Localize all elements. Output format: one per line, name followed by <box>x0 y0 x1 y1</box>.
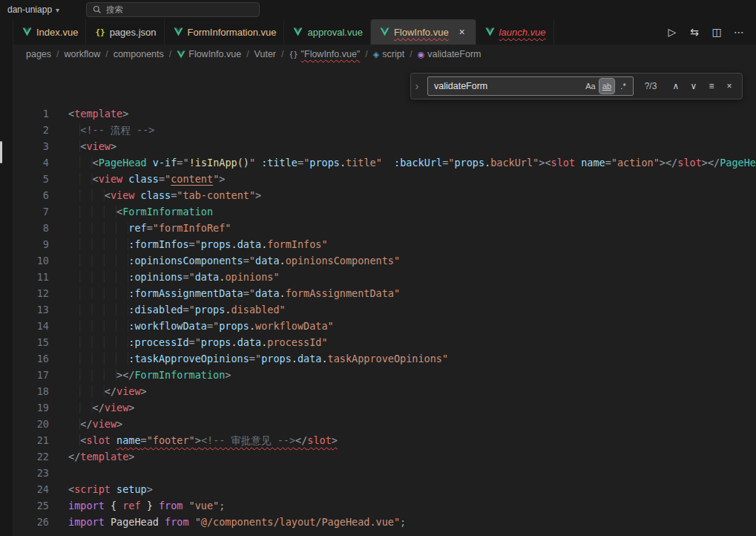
line-number[interactable]: 22 <box>13 448 49 465</box>
code-line[interactable]: 1<template> <box>13 105 756 122</box>
line-number[interactable]: 1 <box>13 105 49 122</box>
code-line-content: <!-- 流程 --> <box>49 122 154 138</box>
breadcrumb-item-FlowInfo.vue[interactable]: {}"FlowInfo.vue" <box>289 49 361 59</box>
breadcrumb-item-FlowInfo.vue[interactable]: FlowInfo.vue <box>177 49 241 59</box>
code-line-content: :formInfos="props.data.formInfos" <box>49 236 328 252</box>
line-number[interactable]: 23 <box>13 465 49 481</box>
more-actions-button[interactable]: ⋯ <box>729 22 749 42</box>
code-line[interactable]: 10 :opinionsComponents="data.opinionsCom… <box>13 252 756 269</box>
line-number[interactable]: 25 <box>13 497 49 514</box>
line-number[interactable]: 4 <box>13 154 49 171</box>
line-number[interactable]: 8 <box>13 220 49 236</box>
match-case-toggle[interactable]: Aa <box>583 79 598 94</box>
breadcrumb-item-components[interactable]: components <box>114 49 164 59</box>
previous-match-button[interactable]: ∧ <box>668 78 684 94</box>
breadcrumb-item-script[interactable]: ◈script <box>373 49 404 59</box>
next-match-button[interactable]: ∨ <box>686 78 702 94</box>
code-line[interactable]: 16 :taskApproveOpinions="props.data.task… <box>13 350 756 367</box>
code-line-content: :opinionsComponents="data.opinionsCompon… <box>49 252 400 269</box>
tab-pages.json[interactable]: {}pages.json <box>86 19 164 45</box>
line-number[interactable]: 19 <box>13 399 49 416</box>
line-number[interactable]: 10 <box>13 252 49 269</box>
find-in-selection-toggle[interactable]: ≡ <box>703 78 720 94</box>
tab-Index.vue[interactable]: Index.vue <box>13 19 86 45</box>
code-line[interactable]: 18 </view> <box>13 383 756 399</box>
code-line[interactable]: 21 <slot name="footer"><!-- 审批意见 --></sl… <box>13 432 756 448</box>
code-lines: 1<template>2 <!-- 流程 -->3 <view>4 <PageH… <box>13 64 756 530</box>
tab-launch.vue[interactable]: launch.vue <box>476 19 554 45</box>
line-number[interactable]: 17 <box>13 367 49 383</box>
code-line[interactable]: 2 <!-- 流程 --> <box>13 122 756 138</box>
vue-icon <box>177 50 185 59</box>
code-line[interactable]: 3 <view> <box>13 138 756 154</box>
code-line[interactable]: 14 :workflowData="props.workflowData" <box>13 318 756 334</box>
line-number[interactable]: 18 <box>13 383 49 399</box>
code-line[interactable]: 23 <box>13 465 756 481</box>
line-number[interactable]: 15 <box>13 334 49 350</box>
code-line[interactable]: 7 <FormInformation <box>13 203 756 220</box>
code-line[interactable]: 17 ></FormInformation> <box>13 367 756 383</box>
line-number[interactable]: 13 <box>13 301 49 318</box>
code-line[interactable]: 8 ref="formInfoRef" <box>13 220 756 236</box>
open-changes-button[interactable]: ⇆ <box>685 22 704 42</box>
breadcrumb-item-validateForm[interactable]: ◉validateForm <box>418 49 481 59</box>
workspace-switcher[interactable]: dan-uniapp ▾ <box>7 4 59 15</box>
code-line-content: <view class="tab-content"> <box>49 187 261 203</box>
breadcrumb-item-workflow[interactable]: workflow <box>65 49 101 59</box>
activity-bar[interactable] <box>0 19 13 536</box>
line-number[interactable]: 2 <box>13 122 49 138</box>
code-line[interactable]: 12 :formAssignmentData="data.formAssignm… <box>13 285 756 301</box>
breadcrumb-item-Vuter[interactable]: Vuter <box>254 49 276 59</box>
code-line[interactable]: 6 <view class="tab-content"> <box>13 187 756 203</box>
tab-label: FlowInfo.vue <box>394 27 449 38</box>
code-line[interactable]: 24<script setup> <box>13 481 756 497</box>
vue-icon <box>380 27 389 36</box>
tab-label: FormInformation.vue <box>188 27 277 38</box>
global-search-box[interactable]: 搜索 <box>86 2 260 17</box>
find-expand-toggle[interactable]: › <box>411 73 423 99</box>
code-line[interactable]: 19 </view> <box>13 399 756 416</box>
open-changes-icon: ⇆ <box>690 26 699 38</box>
line-number[interactable]: 7 <box>13 203 49 220</box>
code-line-content: :formAssignmentData="data.formAssignment… <box>49 285 400 301</box>
line-number[interactable]: 9 <box>13 236 49 252</box>
code-line[interactable]: 5 <view class="content"> <box>13 171 756 187</box>
code-line[interactable]: 13 :disabled="props.disabled" <box>13 301 756 318</box>
breadcrumb-label: Vuter <box>254 49 276 59</box>
code-line[interactable]: 25import { ref } from "vue"; <box>13 497 756 514</box>
line-number[interactable]: 16 <box>13 350 49 367</box>
code-line-content: </view> <box>49 399 134 416</box>
code-line[interactable]: 9 :formInfos="props.data.formInfos" <box>13 236 756 252</box>
line-number[interactable]: 20 <box>13 416 49 432</box>
code-line[interactable]: 20 </view> <box>13 416 756 432</box>
line-number[interactable]: 5 <box>13 171 49 187</box>
breadcrumb-item-pages[interactable]: pages <box>26 49 51 59</box>
close-find-button[interactable]: × <box>721 78 737 94</box>
line-number[interactable]: 26 <box>13 514 49 530</box>
line-number[interactable]: 3 <box>13 138 49 154</box>
tab-approval.vue[interactable]: approval.vue <box>284 19 370 45</box>
code-line[interactable]: 22</template> <box>13 448 756 465</box>
tab-FormInformation.vue[interactable]: FormInformation.vue <box>165 19 285 45</box>
regex-toggle[interactable]: .* <box>616 79 631 94</box>
code-line[interactable]: 26import PageHead from "@/components/lay… <box>13 514 756 530</box>
line-number[interactable]: 11 <box>13 269 49 285</box>
line-number[interactable]: 24 <box>13 481 49 497</box>
split-editor-button[interactable]: ◫ <box>707 22 726 42</box>
line-number[interactable]: 6 <box>13 187 49 203</box>
run-button[interactable]: ▷ <box>663 22 682 42</box>
code-line[interactable]: 15 :processId="props.data.processId" <box>13 334 756 350</box>
line-number[interactable]: 12 <box>13 285 49 301</box>
code-line[interactable]: 11 :opinions="data.opinions" <box>13 269 756 285</box>
tab-FlowInfo.vue[interactable]: FlowInfo.vue× <box>371 19 476 45</box>
breadcrumb-label: script <box>382 49 404 59</box>
line-number[interactable]: 21 <box>13 432 49 448</box>
code-line[interactable]: 4 <PageHead v-if="!isInApp()" :title="pr… <box>13 154 756 171</box>
json-icon: {} <box>95 27 105 37</box>
whole-word-toggle[interactable]: ab <box>599 79 614 94</box>
breadcrumb-separator: / <box>105 49 108 59</box>
editor[interactable]: 1<template>2 <!-- 流程 -->3 <view>4 <PageH… <box>13 64 756 536</box>
line-number[interactable]: 14 <box>13 318 49 334</box>
code-line-content: </view> <box>49 416 122 432</box>
close-tab-icon[interactable]: × <box>456 26 468 38</box>
